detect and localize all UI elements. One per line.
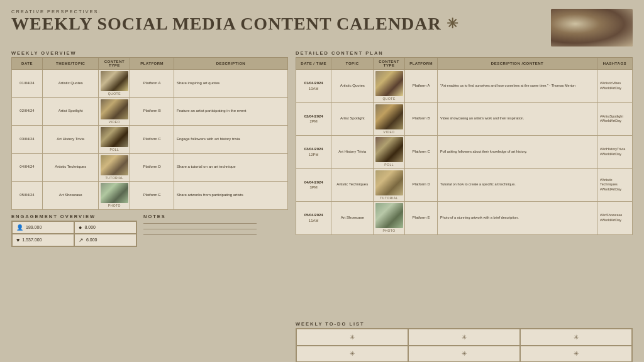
detail-imgcell-1: VIDEO bbox=[374, 102, 405, 136]
col-description: DESCRIPTION bbox=[174, 58, 287, 70]
weekly-platform-0: Platform A bbox=[130, 70, 174, 98]
detail-imgcell-0: QUOTE bbox=[374, 70, 405, 103]
weekly-img-3 bbox=[101, 155, 128, 175]
weekly-platform-1: Platform B bbox=[130, 97, 174, 126]
engagement-panel: Engagement Overview 👤189.000●8.000♥1.537… bbox=[11, 214, 137, 247]
note-line-1 bbox=[143, 223, 257, 224]
weekly-desc-1: Feature an artist participating in the e… bbox=[174, 97, 287, 126]
notes-panel: Notes bbox=[143, 214, 257, 238]
detailed-plan-table: DATE / TIME TOPIC CONTENT TYPE PLATFORM … bbox=[296, 57, 633, 235]
detail-label-3: TUTORIAL bbox=[375, 196, 403, 200]
col-platform: PLATFORM bbox=[130, 58, 174, 70]
title-asterisk: ✳ bbox=[447, 16, 458, 31]
engagement-cell-1: ●8.000 bbox=[74, 221, 136, 234]
detail-label-1: VIDEO bbox=[375, 130, 403, 134]
weekly-img-0 bbox=[101, 71, 128, 91]
detail-img-2 bbox=[375, 137, 403, 162]
note-line-3 bbox=[143, 234, 257, 235]
col-content-type: CONTENT TYPE bbox=[99, 58, 130, 70]
weekly-row-3: 04/04/24 Artistic Techniques TUTORIAL Pl… bbox=[12, 153, 288, 182]
detail-imgcell-2: POLL bbox=[374, 136, 405, 169]
weekly-date-4: 05/04/24 bbox=[12, 182, 43, 210]
weekly-date-2: 03/04/24 bbox=[12, 126, 43, 154]
detail-hashtags-2: #ArtHistoryTrivia#WorldArtDay bbox=[597, 136, 632, 169]
detail-hashtags-1: #ArtistSpotlight#WorldArtDay bbox=[597, 102, 632, 136]
todo-title: Weekly To-Do List bbox=[296, 321, 633, 327]
todo-section: Weekly To-Do List ✳ ✳ ✳ ✳ ✳ ✳ bbox=[296, 321, 633, 356]
detail-hashtags-4: #ArtShowcase#WorldArtDay bbox=[597, 202, 632, 235]
todo-cell-5[interactable]: ✳ bbox=[408, 346, 520, 363]
detail-datetime-0: 01/04/2024 10AM bbox=[296, 70, 331, 103]
weekly-img-2 bbox=[101, 127, 128, 147]
todo-grid: ✳ ✳ ✳ ✳ ✳ ✳ bbox=[296, 328, 633, 362]
detail-platform-2: Platform C bbox=[405, 136, 438, 169]
todo-cell-1[interactable]: ✳ bbox=[296, 329, 408, 346]
weekly-theme-1: Artist Spotlight bbox=[43, 97, 99, 126]
detailed-plan-title: Detailed Content Plan bbox=[296, 50, 633, 56]
right-panel: Detailed Content Plan DATE / TIME TOPIC … bbox=[296, 50, 633, 356]
detail-desc-2: Poll asking followers about their knowle… bbox=[438, 136, 597, 169]
weekly-desc-0: Share inspiring art quotes bbox=[174, 70, 287, 98]
eng-value-2: 1.537.000 bbox=[22, 238, 42, 242]
dcol-content-type: CONTENT TYPE bbox=[374, 58, 405, 70]
weekly-img-1 bbox=[101, 99, 128, 119]
weekly-platform-3: Platform D bbox=[130, 153, 174, 182]
detail-label-0: QUOTE bbox=[375, 97, 403, 101]
weekly-desc-3: Share a tutorial on an art technique bbox=[174, 153, 287, 182]
main-content: Weekly Overview DATE THEME/TOPIC CONTENT… bbox=[11, 50, 633, 356]
dcol-datetime: DATE / TIME bbox=[296, 58, 331, 70]
detail-row-3: 04/04/2024 3PM Artistic Techniques TUTOR… bbox=[296, 168, 633, 202]
weekly-row-2: 03/04/24 Art History Trivia POLL Platfor… bbox=[12, 126, 288, 154]
weekly-desc-4: Share artworks from participating artist… bbox=[174, 182, 287, 210]
weekly-theme-4: Art Showcase bbox=[43, 182, 99, 210]
weekly-date-0: 01/04/24 bbox=[12, 70, 43, 98]
weekly-row-4: 05/04/24 Art Showcase PHOTO Platform E S… bbox=[12, 182, 288, 210]
detail-topic-4: Art Showcase bbox=[331, 202, 374, 235]
header-image-decoration bbox=[551, 9, 633, 47]
weekly-label-3: TUTORIAL bbox=[100, 176, 128, 180]
weekly-img-4 bbox=[101, 183, 128, 203]
detail-topic-2: Art History Trivia bbox=[331, 136, 374, 169]
col-date: DATE bbox=[12, 58, 43, 70]
eng-value-3: 6.000 bbox=[86, 238, 97, 242]
weekly-label-2: POLL bbox=[100, 148, 128, 152]
detail-hashtags-3: #ArtisticTechniques#WorldArtDay bbox=[597, 168, 632, 202]
todo-cell-6[interactable]: ✳ bbox=[520, 346, 632, 363]
weekly-imgcell-3: TUTORIAL bbox=[99, 153, 130, 182]
header-image bbox=[551, 9, 633, 47]
detail-row-4: 05/04/2024 11AM Art Showcase PHOTO Platf… bbox=[296, 202, 633, 235]
detail-topic-0: Artistic Quotes bbox=[331, 70, 374, 103]
title-text: Weekly Social Media Content Calendar bbox=[11, 14, 441, 34]
dcol-description: DESCRIPTION /CONTENT bbox=[438, 58, 597, 70]
detail-img-4 bbox=[375, 203, 403, 228]
weekly-overview-section: Weekly Overview DATE THEME/TOPIC CONTENT… bbox=[11, 50, 288, 210]
detail-desc-0: "Art enables us to find ourselves and lo… bbox=[438, 70, 597, 103]
weekly-row-1: 02/04/24 Artist Spotlight VIDEO Platform… bbox=[12, 97, 288, 126]
main-title: Weekly Social Media Content Calendar ✳ bbox=[11, 14, 458, 34]
engagement-cell-0: 👤189.000 bbox=[12, 221, 74, 234]
todo-cell-2[interactable]: ✳ bbox=[408, 329, 520, 346]
weekly-label-0: QUOTE bbox=[100, 92, 128, 96]
detail-datetime-4: 05/04/2024 11AM bbox=[296, 202, 331, 235]
detail-label-4: PHOTO bbox=[375, 229, 403, 233]
todo-cell-4[interactable]: ✳ bbox=[296, 346, 408, 363]
weekly-imgcell-1: VIDEO bbox=[99, 97, 130, 126]
weekly-imgcell-2: POLL bbox=[99, 126, 130, 154]
weekly-label-4: PHOTO bbox=[100, 204, 128, 208]
detail-platform-0: Platform A bbox=[405, 70, 438, 103]
weekly-label-1: VIDEO bbox=[100, 120, 128, 124]
left-panel: Weekly Overview DATE THEME/TOPIC CONTENT… bbox=[11, 50, 288, 356]
detail-imgcell-3: TUTORIAL bbox=[374, 168, 405, 202]
dcol-topic: TOPIC bbox=[331, 58, 374, 70]
eng-value-1: 8.000 bbox=[84, 225, 96, 229]
eng-icon-1: ● bbox=[79, 224, 82, 231]
page: Creative Perspectives: Weekly Social Med… bbox=[0, 0, 644, 362]
detailed-plan-section: Detailed Content Plan DATE / TIME TOPIC … bbox=[296, 50, 633, 317]
detail-datetime-1: 02/04/2024 2PM bbox=[296, 102, 331, 136]
todo-cell-3[interactable]: ✳ bbox=[520, 329, 632, 346]
col-theme: THEME/TOPIC bbox=[43, 58, 99, 70]
weekly-theme-2: Art History Trivia bbox=[43, 126, 99, 154]
detail-row-1: 02/04/2024 2PM Artist Spotlight VIDEO Pl… bbox=[296, 102, 633, 136]
weekly-overview-table: DATE THEME/TOPIC CONTENT TYPE PLATFORM D… bbox=[11, 57, 288, 210]
detail-desc-4: Photo of a stunning artwork with a brief… bbox=[438, 202, 597, 235]
